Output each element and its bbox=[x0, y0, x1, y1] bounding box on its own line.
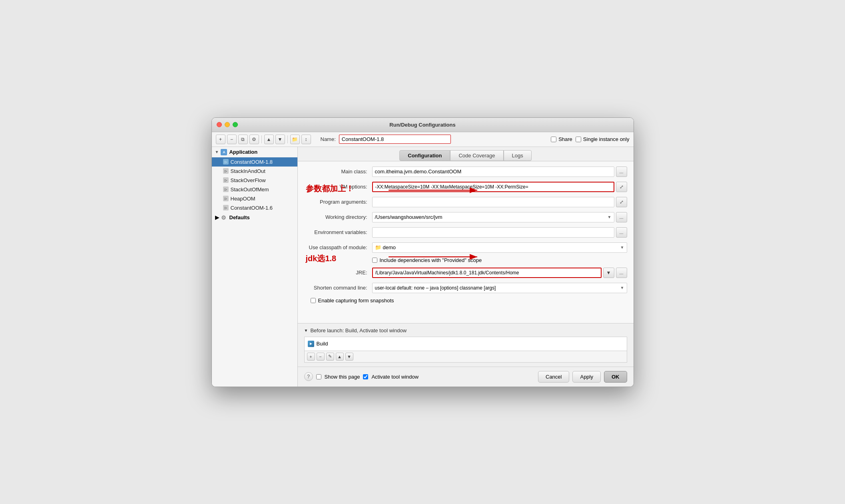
module-icon: 📁 bbox=[375, 244, 381, 250]
before-launch-add-btn[interactable]: + bbox=[307, 353, 315, 361]
item-icon: ▷ bbox=[223, 205, 229, 210]
working-dir-row: Working directory: /Users/wangshouwen/sr… bbox=[304, 212, 627, 223]
single-instance-checkbox[interactable] bbox=[576, 137, 581, 142]
classpath-input[interactable]: 📁 demo ▼ bbox=[372, 242, 627, 253]
show-page-area: Show this page Activate tool window bbox=[316, 374, 419, 380]
defaults-label: Defaults bbox=[229, 214, 250, 220]
env-vars-browse-btn[interactable]: ... bbox=[616, 227, 627, 238]
enable-snapshot-checkbox[interactable] bbox=[311, 298, 316, 303]
bottom-buttons: Cancel Apply OK bbox=[538, 371, 627, 383]
main-class-row: Main class: com.itheima.jvm.demo.Constan… bbox=[304, 166, 627, 177]
build-label: Build bbox=[317, 341, 328, 347]
classpath-label: Use classpath of module: bbox=[304, 244, 372, 250]
toolbar: + − ⧉ ⚙ ▲ ▼ 📁 ↕ Name: ConstantOOM-1.8 Sh… bbox=[212, 132, 634, 147]
tabs-row: Configuration Code Coverage Logs bbox=[298, 147, 634, 161]
section-arrow: ▼ bbox=[215, 150, 219, 154]
tab-configuration[interactable]: Configuration bbox=[399, 150, 450, 161]
cancel-button[interactable]: Cancel bbox=[538, 371, 569, 383]
ok-button[interactable]: OK bbox=[604, 371, 627, 383]
enable-snapshot-label: Enable capturing form snapshots bbox=[318, 298, 394, 304]
program-args-row: Program arguments: ⤢ bbox=[304, 196, 627, 208]
env-vars-row: Environment variables: ... bbox=[304, 227, 627, 238]
traffic-lights bbox=[217, 122, 238, 127]
defaults-section[interactable]: ▶ ⚙ Defaults bbox=[212, 212, 297, 223]
activate-window-checkbox[interactable] bbox=[363, 374, 368, 379]
folder-button[interactable]: 📁 bbox=[290, 135, 300, 144]
copy-button[interactable]: ⧉ bbox=[238, 135, 248, 144]
sidebar-item-constantoom18[interactable]: ▷ ConstantOOM-1.8 bbox=[212, 157, 297, 167]
sidebar: ▼ A Application ▷ ConstantOOM-1.8 ▷ Stac… bbox=[212, 147, 298, 387]
before-launch-down-btn[interactable]: ▼ bbox=[345, 353, 353, 361]
shorten-cmd-arrow: ▼ bbox=[620, 286, 624, 290]
window-title: Run/Debug Configurations bbox=[389, 122, 455, 128]
before-launch-edit-btn[interactable]: ✎ bbox=[326, 353, 334, 361]
item-icon: ▷ bbox=[223, 168, 229, 174]
form-area: 参数都加上！ jdk选1.8 Main class: com.itheima.j… bbox=[298, 161, 634, 323]
sort-button[interactable]: ↕ bbox=[301, 135, 311, 144]
before-launch-header: ▼ Before launch: Build, Activate tool wi… bbox=[304, 327, 627, 333]
add-button[interactable]: + bbox=[216, 135, 225, 144]
item-icon: ▷ bbox=[223, 159, 229, 165]
program-args-input[interactable] bbox=[372, 197, 614, 207]
classpath-field: 📁 demo ▼ bbox=[372, 242, 627, 253]
activate-window-label: Activate tool window bbox=[371, 374, 419, 380]
jre-browse-btn[interactable]: ... bbox=[616, 268, 627, 278]
help-button[interactable]: ? bbox=[304, 372, 313, 381]
before-launch-up-btn[interactable]: ▲ bbox=[336, 353, 344, 361]
single-instance-label: Single instance only bbox=[583, 136, 630, 142]
working-dir-field: /Users/wangshouwen/src/jvm ▼ ... bbox=[372, 212, 627, 222]
show-page-checkbox[interactable] bbox=[316, 374, 321, 379]
settings-button[interactable]: ⚙ bbox=[249, 135, 259, 144]
working-dir-input[interactable]: /Users/wangshouwen/src/jvm ▼ bbox=[372, 212, 614, 222]
include-deps-label: Include dependencies with "Provided" sco… bbox=[380, 257, 482, 263]
main-window: Run/Debug Configurations + − ⧉ ⚙ ▲ ▼ 📁 ↕… bbox=[211, 117, 634, 387]
minimize-button[interactable] bbox=[225, 122, 230, 127]
shorten-cmd-label: Shorten command line: bbox=[304, 285, 372, 291]
program-args-expand-btn[interactable]: ⤢ bbox=[616, 197, 627, 207]
env-vars-label: Environment variables: bbox=[304, 229, 372, 235]
sidebar-item-stackoverflow[interactable]: ▷ StackOverFlow bbox=[212, 176, 297, 185]
item-icon: ▷ bbox=[223, 187, 229, 192]
close-button[interactable] bbox=[217, 122, 222, 127]
enable-snapshot-row: Enable capturing form snapshots bbox=[304, 298, 627, 304]
build-icon: ▶ bbox=[308, 341, 314, 347]
item-label: StackOutOfMem bbox=[231, 187, 269, 192]
remove-button[interactable]: − bbox=[227, 135, 237, 144]
before-launch-section: ▼ Before launch: Build, Activate tool wi… bbox=[298, 323, 634, 367]
sidebar-item-stackoutofmem[interactable]: ▷ StackOutOfMem bbox=[212, 185, 297, 194]
tab-logs[interactable]: Logs bbox=[504, 150, 532, 161]
jre-label: JRE: bbox=[304, 270, 372, 276]
tab-code-coverage[interactable]: Code Coverage bbox=[450, 150, 503, 161]
jre-dropdown-btn[interactable]: ▼ bbox=[603, 268, 614, 278]
share-checkbox-group: Share bbox=[551, 136, 572, 142]
item-icon: ▷ bbox=[223, 177, 229, 183]
vm-options-row: VM options: -XX:MetaspaceSize=10M -XX:Ma… bbox=[304, 181, 627, 192]
sidebar-item-constantoom16[interactable]: ▷ ConstantOOM-1.6 bbox=[212, 203, 297, 212]
include-deps-checkbox[interactable] bbox=[372, 258, 377, 263]
share-checkbox[interactable] bbox=[551, 137, 556, 142]
sidebar-item-stackinandout[interactable]: ▷ StackInAndOut bbox=[212, 167, 297, 176]
single-instance-group: Single instance only bbox=[576, 136, 630, 142]
before-launch-remove-btn[interactable]: − bbox=[317, 353, 325, 361]
env-vars-input[interactable] bbox=[372, 227, 614, 238]
shorten-cmd-field: user-local default: none – java [options… bbox=[372, 283, 627, 293]
sidebar-item-heapoom[interactable]: ▷ HeapOOM bbox=[212, 194, 297, 203]
main-class-input[interactable]: com.itheima.jvm.demo.ConstantOOM bbox=[372, 167, 614, 177]
shorten-cmd-input[interactable]: user-local default: none – java [options… bbox=[372, 283, 627, 293]
classpath-arrow: ▼ bbox=[620, 245, 624, 250]
vm-options-expand-btn[interactable]: ⤢ bbox=[616, 182, 627, 192]
vm-options-input[interactable]: -XX:MetaspaceSize=10M -XX:MaxMetaspaceSi… bbox=[372, 182, 614, 192]
working-dir-browse-btn[interactable]: ... bbox=[616, 212, 627, 222]
main-class-browse-btn[interactable]: ... bbox=[616, 167, 627, 177]
main-class-label: Main class: bbox=[304, 169, 372, 175]
application-section[interactable]: ▼ A Application bbox=[212, 147, 297, 157]
name-input[interactable]: ConstantOOM-1.8 bbox=[339, 135, 451, 144]
down-button[interactable]: ▼ bbox=[275, 135, 285, 144]
name-label: Name: bbox=[321, 136, 336, 142]
include-deps-row: Include dependencies with "Provided" sco… bbox=[304, 257, 627, 263]
jre-input[interactable]: /Library/Java/JavaVirtualMachines/jdk1.8… bbox=[372, 268, 602, 278]
maximize-button[interactable] bbox=[233, 122, 238, 127]
up-button[interactable]: ▲ bbox=[264, 135, 274, 144]
application-label: Application bbox=[229, 149, 257, 155]
apply-button[interactable]: Apply bbox=[572, 371, 601, 383]
